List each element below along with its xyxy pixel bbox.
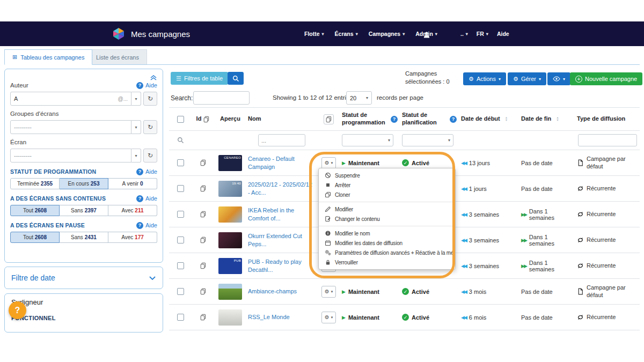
statut-planification-value: Activé [412, 160, 429, 166]
copy-id-icon[interactable] [200, 185, 207, 192]
menu-item-changer-le-contenu[interactable]: Changer le contenu [319, 214, 455, 224]
help-button[interactable]: ? [9, 301, 26, 319]
campaign-name-link[interactable]: Cenareo - Default Campaign [248, 155, 316, 171]
help-icon[interactable]: ? [450, 116, 457, 123]
user-icon[interactable] [423, 29, 430, 39]
campaign-thumbnail[interactable]: CENAREO [218, 155, 242, 171]
collapse-panel-icon[interactable] [150, 72, 157, 82]
row-actions-dropdown-button[interactable]: ⚙▾ [321, 312, 336, 323]
header-statut-programmation[interactable]: Statut de programmation ? [340, 112, 400, 127]
filter-button-a-des-ecrans-en-pause-avec[interactable]: Avec 177 [108, 232, 157, 243]
type-diffusion-filter-input[interactable] [578, 134, 637, 146]
copy-id-icon[interactable] [200, 288, 207, 295]
copy-icon[interactable] [324, 114, 334, 124]
filter-button-statut-de-programmation-terminee[interactable]: Terminée 2355 [10, 178, 60, 189]
groupes-select[interactable]: --------- [10, 120, 131, 134]
campaign-thumbnail[interactable]: PUB [218, 258, 242, 274]
header-copy-names[interactable] [318, 114, 340, 124]
menu-item-modifier-le-nom[interactable]: Modifier le nom [319, 228, 455, 238]
filter-button-a-des-ecrans-sans-contenus-sans[interactable]: Sans 2397 [60, 205, 108, 216]
visibility-button[interactable]: ▾ [547, 72, 570, 85]
ecran-refresh-button[interactable]: ↻ [143, 149, 157, 162]
campaign-name-link[interactable]: 2025/02/12 - 2025/02/12 - Acc... [248, 181, 316, 196]
ecran-select[interactable]: --------- [10, 149, 131, 162]
row-checkbox[interactable] [177, 262, 184, 269]
tab-tableau-des-campagnes[interactable]: ⊞ Tableau des campagnes [4, 49, 92, 65]
nav-item-more[interactable]: .. ▾ [460, 31, 468, 37]
menu-item-cloner[interactable]: Cloner [319, 190, 455, 200]
page-size-select[interactable]: 20 ▾ [346, 91, 372, 105]
campaign-thumbnail[interactable] [218, 206, 242, 223]
menu-item-verrouiller[interactable]: Verrouiller [319, 257, 455, 267]
actions-button[interactable]: ⚙ Actions ▾ [463, 72, 506, 85]
campaign-name-link[interactable]: Ambiance-champs [248, 287, 297, 295]
copy-id-icon[interactable] [200, 159, 207, 166]
table-search-button[interactable] [228, 72, 244, 85]
campaign-name-link[interactable]: RSS_Le Monde [248, 313, 290, 321]
row-actions-dropdown-button[interactable]: ⚙▾ [321, 157, 336, 169]
aide-link[interactable]: ?Aide [136, 195, 157, 202]
row-checkbox[interactable] [177, 237, 184, 243]
nav-item-aide[interactable]: Aide [497, 31, 509, 37]
copy-id-icon[interactable] [200, 211, 207, 218]
menu-item-arreter[interactable]: Arrêter [319, 180, 455, 190]
filter-button-a-des-ecrans-sans-contenus-tout[interactable]: Tout 2608 [10, 205, 60, 216]
header-type-diffusion[interactable]: Type de diffusion [575, 115, 640, 123]
campaign-thumbnail[interactable] [218, 284, 242, 300]
gerer-button[interactable]: ⚙ Gérer ▾ [508, 72, 546, 85]
menu-item-modifier-les-dates-de-diffusion[interactable]: Modifier les dates de diffusion [319, 238, 455, 248]
row-checkbox[interactable] [177, 159, 184, 166]
filter-button-a-des-ecrans-en-pause-tout[interactable]: Tout 2608 [10, 232, 60, 243]
header-nom[interactable]: Nom [246, 115, 318, 123]
nav-item-fr[interactable]: FR ▾ [477, 31, 488, 37]
row-checkbox[interactable] [177, 211, 184, 218]
help-icon[interactable]: ? [391, 116, 398, 123]
aide-link-auteur[interactable]: ?Aide [136, 82, 157, 89]
search-input[interactable] [193, 91, 250, 105]
nav-item-campagnes[interactable]: Campagnes ▾ [369, 31, 405, 37]
select-all-checkbox[interactable] [177, 116, 184, 123]
header-date-fin[interactable]: Date de fin ▲▼ [519, 115, 575, 123]
aide-link[interactable]: ?Aide [136, 168, 157, 175]
auteur-refresh-button[interactable]: ↻ [143, 92, 157, 106]
row-actions-dropdown-button[interactable]: ⚙▾ [321, 286, 336, 298]
nav-item-flotte[interactable]: Flotte ▾ [304, 31, 324, 37]
copy-id-icon[interactable] [200, 262, 207, 269]
groupes-caret-icon[interactable]: ▾ [131, 120, 141, 134]
campaign-thumbnail[interactable] [218, 309, 242, 326]
auteur-caret-icon[interactable]: ▾ [131, 92, 141, 106]
nom-filter-input[interactable] [258, 134, 305, 146]
filtres-table-button[interactable]: ☰ Filtres de table [171, 72, 228, 85]
menu-item-parametres-de-diffusion-avances-reactive-a-la-meteo[interactable]: Paramètres de diffusion avancés + Réacti… [319, 248, 455, 257]
row-checkbox[interactable] [177, 288, 184, 295]
nav-item-ecrans[interactable]: Écrans ▾ [335, 31, 358, 37]
campaign-name-link[interactable]: PUB - Ready to play Decathl... [248, 258, 316, 274]
row-checkbox[interactable] [177, 314, 184, 321]
header-statut-planification[interactable]: Statut de planification ? [400, 112, 459, 127]
aide-link[interactable]: ?Aide [136, 222, 157, 229]
campaign-thumbnail[interactable]: 19:40 [218, 181, 242, 197]
campaign-name-link[interactable]: Okurrr Extended Cut Peps... [248, 232, 316, 248]
menu-item-modifier[interactable]: Modifier [319, 204, 455, 214]
ecran-caret-icon[interactable]: ▾ [131, 149, 141, 162]
menu-item-suspendre[interactable]: Suspendre [319, 171, 455, 180]
filter-button-statut-de-programmation-en-cours[interactable]: En cours 253 [60, 178, 108, 189]
menu-divider [319, 226, 455, 226]
copy-id-icon[interactable] [200, 314, 207, 321]
copy-id-icon[interactable] [200, 237, 207, 243]
header-id[interactable]: Id [192, 115, 215, 123]
campaign-thumbnail[interactable] [218, 232, 242, 248]
date-filter-panel[interactable]: Filtre de date [4, 267, 163, 289]
filter-button-a-des-ecrans-en-pause-sans[interactable]: Sans 2431 [60, 232, 108, 243]
nouvelle-campagne-button[interactable]: + Nouvelle campagne [570, 72, 642, 85]
row-checkbox[interactable] [177, 185, 184, 192]
campaign-name-link[interactable]: IKEA Rebel in the Comfort of... [248, 206, 316, 222]
copy-icon[interactable] [203, 116, 210, 123]
header-date-debut[interactable]: Date de début ▲▼ [459, 115, 519, 123]
groupes-refresh-button[interactable]: ↻ [143, 120, 157, 134]
auteur-input[interactable]: A @... [10, 92, 131, 106]
statut-planification-filter-select[interactable]: ▾ [402, 134, 453, 146]
statut-programmation-filter-select[interactable]: ▾ [342, 134, 393, 146]
filter-button-a-des-ecrans-sans-contenus-avec[interactable]: Avec 211 [108, 205, 157, 216]
filter-button-statut-de-programmation-a-venir[interactable]: A venir 0 [108, 178, 157, 189]
